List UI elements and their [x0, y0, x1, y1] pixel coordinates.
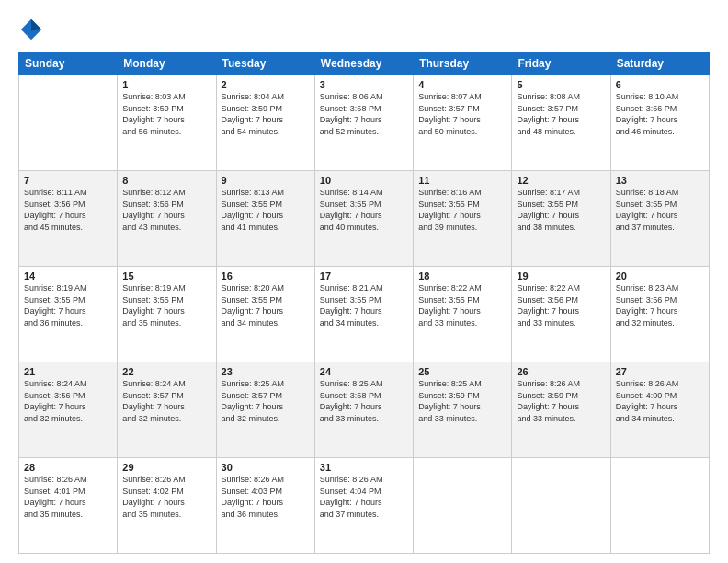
calendar-week-row: 1Sunrise: 8:03 AM Sunset: 3:59 PM Daylig… [19, 75, 710, 171]
calendar-cell: 25Sunrise: 8:25 AM Sunset: 3:59 PM Dayli… [414, 362, 512, 458]
day-number: 1 [122, 79, 210, 90]
calendar-cell: 5Sunrise: 8:08 AM Sunset: 3:57 PM Daylig… [512, 75, 610, 171]
calendar-cell: 21Sunrise: 8:24 AM Sunset: 3:56 PM Dayli… [19, 362, 118, 458]
calendar-cell: 4Sunrise: 8:07 AM Sunset: 3:57 PM Daylig… [414, 75, 512, 171]
calendar-cell: 30Sunrise: 8:26 AM Sunset: 4:03 PM Dayli… [216, 458, 314, 554]
day-number: 3 [320, 79, 408, 90]
day-number: 15 [122, 270, 210, 282]
weekday-header: Sunday [19, 52, 118, 75]
day-info: Sunrise: 8:14 AM Sunset: 3:55 PM Dayligh… [320, 187, 408, 233]
calendar-cell: 28Sunrise: 8:26 AM Sunset: 4:01 PM Dayli… [19, 458, 118, 554]
day-info: Sunrise: 8:22 AM Sunset: 3:56 PM Dayligh… [517, 282, 605, 328]
day-number: 9 [222, 175, 310, 186]
day-number: 12 [517, 175, 605, 186]
day-info: Sunrise: 8:03 AM Sunset: 3:59 PM Dayligh… [122, 91, 210, 137]
day-number: 31 [320, 462, 408, 473]
day-number: 14 [24, 270, 112, 282]
calendar-cell: 29Sunrise: 8:26 AM Sunset: 4:02 PM Dayli… [118, 458, 216, 554]
day-number: 18 [418, 270, 506, 282]
calendar-cell: 14Sunrise: 8:19 AM Sunset: 3:55 PM Dayli… [19, 267, 118, 362]
day-info: Sunrise: 8:17 AM Sunset: 3:55 PM Dayligh… [517, 187, 605, 233]
calendar-cell: 6Sunrise: 8:10 AM Sunset: 3:56 PM Daylig… [610, 75, 709, 171]
calendar-cell: 17Sunrise: 8:21 AM Sunset: 3:55 PM Dayli… [314, 267, 413, 362]
day-info: Sunrise: 8:16 AM Sunset: 3:55 PM Dayligh… [418, 187, 506, 233]
calendar-week-row: 21Sunrise: 8:24 AM Sunset: 3:56 PM Dayli… [19, 362, 710, 458]
day-info: Sunrise: 8:04 AM Sunset: 3:59 PM Dayligh… [222, 91, 310, 137]
day-info: Sunrise: 8:11 AM Sunset: 3:56 PM Dayligh… [24, 187, 112, 233]
day-number: 29 [122, 462, 210, 473]
day-number: 27 [616, 366, 704, 377]
day-number: 16 [222, 270, 310, 282]
calendar-week-row: 28Sunrise: 8:26 AM Sunset: 4:01 PM Dayli… [19, 458, 710, 554]
weekday-header: Friday [512, 52, 610, 75]
day-number: 10 [320, 175, 408, 186]
day-number: 21 [24, 366, 112, 377]
day-number: 4 [418, 79, 506, 90]
day-number: 17 [320, 270, 408, 282]
day-number: 11 [418, 175, 506, 186]
calendar-cell [512, 458, 610, 554]
page: SundayMondayTuesdayWednesdayThursdayFrid… [0, 0, 728, 563]
weekday-header: Thursday [414, 52, 512, 75]
day-info: Sunrise: 8:26 AM Sunset: 4:03 PM Dayligh… [222, 474, 310, 520]
day-info: Sunrise: 8:10 AM Sunset: 3:56 PM Dayligh… [616, 91, 704, 137]
calendar-cell [19, 75, 118, 171]
day-info: Sunrise: 8:13 AM Sunset: 3:55 PM Dayligh… [222, 187, 310, 233]
calendar-cell: 2Sunrise: 8:04 AM Sunset: 3:59 PM Daylig… [216, 75, 314, 171]
calendar-cell: 31Sunrise: 8:26 AM Sunset: 4:04 PM Dayli… [314, 458, 413, 554]
day-info: Sunrise: 8:26 AM Sunset: 4:02 PM Dayligh… [122, 474, 210, 520]
day-info: Sunrise: 8:06 AM Sunset: 3:58 PM Dayligh… [320, 91, 408, 137]
day-number: 6 [616, 79, 704, 90]
calendar-cell [610, 458, 709, 554]
calendar-cell: 24Sunrise: 8:25 AM Sunset: 3:58 PM Dayli… [314, 362, 413, 458]
day-number: 28 [24, 462, 112, 473]
day-number: 22 [122, 366, 210, 377]
calendar-cell: 16Sunrise: 8:20 AM Sunset: 3:55 PM Dayli… [216, 267, 314, 362]
day-info: Sunrise: 8:24 AM Sunset: 3:56 PM Dayligh… [24, 378, 112, 424]
calendar-cell: 22Sunrise: 8:24 AM Sunset: 3:57 PM Dayli… [118, 362, 216, 458]
day-info: Sunrise: 8:26 AM Sunset: 4:04 PM Dayligh… [320, 474, 408, 520]
header [18, 17, 710, 42]
weekday-header: Saturday [610, 52, 709, 75]
calendar-cell: 12Sunrise: 8:17 AM Sunset: 3:55 PM Dayli… [512, 171, 610, 267]
day-info: Sunrise: 8:25 AM Sunset: 3:58 PM Dayligh… [320, 378, 408, 424]
day-info: Sunrise: 8:25 AM Sunset: 3:57 PM Dayligh… [222, 378, 310, 424]
weekday-header: Wednesday [314, 52, 413, 75]
day-info: Sunrise: 8:20 AM Sunset: 3:55 PM Dayligh… [222, 282, 310, 328]
day-info: Sunrise: 8:25 AM Sunset: 3:59 PM Dayligh… [418, 378, 506, 424]
calendar-cell: 8Sunrise: 8:12 AM Sunset: 3:56 PM Daylig… [118, 171, 216, 267]
calendar-cell: 10Sunrise: 8:14 AM Sunset: 3:55 PM Dayli… [314, 171, 413, 267]
day-number: 7 [24, 175, 112, 186]
calendar-cell: 7Sunrise: 8:11 AM Sunset: 3:56 PM Daylig… [19, 171, 118, 267]
day-number: 19 [517, 270, 605, 282]
day-number: 2 [222, 79, 310, 90]
calendar-cell: 9Sunrise: 8:13 AM Sunset: 3:55 PM Daylig… [216, 171, 314, 267]
calendar-week-row: 7Sunrise: 8:11 AM Sunset: 3:56 PM Daylig… [19, 171, 710, 267]
day-info: Sunrise: 8:18 AM Sunset: 3:55 PM Dayligh… [616, 187, 704, 233]
logo-icon [18, 17, 44, 42]
calendar-cell: 26Sunrise: 8:26 AM Sunset: 3:59 PM Dayli… [512, 362, 610, 458]
calendar-cell: 18Sunrise: 8:22 AM Sunset: 3:55 PM Dayli… [414, 267, 512, 362]
day-info: Sunrise: 8:23 AM Sunset: 3:56 PM Dayligh… [616, 282, 704, 328]
day-info: Sunrise: 8:19 AM Sunset: 3:55 PM Dayligh… [24, 282, 112, 328]
weekday-header: Monday [118, 52, 216, 75]
day-info: Sunrise: 8:22 AM Sunset: 3:55 PM Dayligh… [418, 282, 506, 328]
day-number: 23 [222, 366, 310, 377]
day-info: Sunrise: 8:26 AM Sunset: 4:00 PM Dayligh… [616, 378, 704, 424]
day-info: Sunrise: 8:21 AM Sunset: 3:55 PM Dayligh… [320, 282, 408, 328]
day-info: Sunrise: 8:26 AM Sunset: 4:01 PM Dayligh… [24, 474, 112, 520]
calendar-header-row: SundayMondayTuesdayWednesdayThursdayFrid… [19, 52, 710, 75]
calendar-table: SundayMondayTuesdayWednesdayThursdayFrid… [18, 52, 710, 554]
day-info: Sunrise: 8:07 AM Sunset: 3:57 PM Dayligh… [418, 91, 506, 137]
calendar-cell: 19Sunrise: 8:22 AM Sunset: 3:56 PM Dayli… [512, 267, 610, 362]
day-number: 8 [122, 175, 210, 186]
day-number: 13 [616, 175, 704, 186]
day-number: 24 [320, 366, 408, 377]
calendar-cell: 27Sunrise: 8:26 AM Sunset: 4:00 PM Dayli… [610, 362, 709, 458]
day-info: Sunrise: 8:19 AM Sunset: 3:55 PM Dayligh… [122, 282, 210, 328]
calendar-cell: 13Sunrise: 8:18 AM Sunset: 3:55 PM Dayli… [610, 171, 709, 267]
day-number: 25 [418, 366, 506, 377]
day-number: 30 [222, 462, 310, 473]
day-number: 20 [616, 270, 704, 282]
calendar-cell: 20Sunrise: 8:23 AM Sunset: 3:56 PM Dayli… [610, 267, 709, 362]
